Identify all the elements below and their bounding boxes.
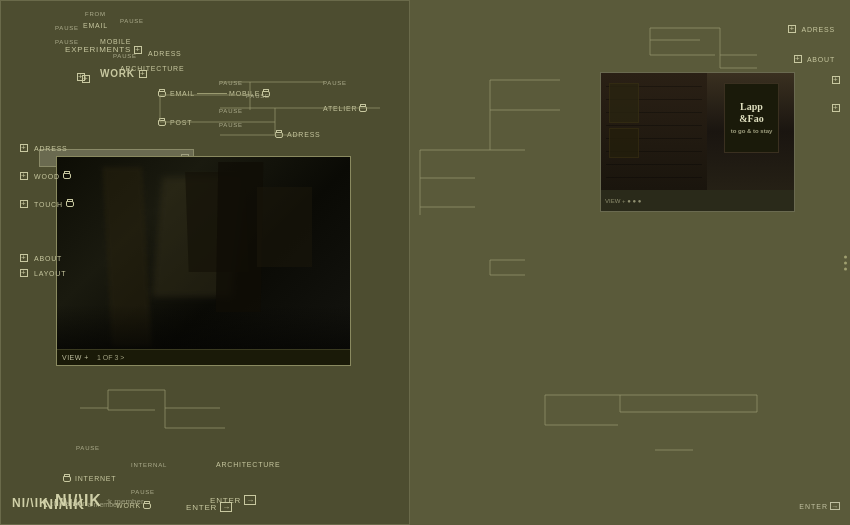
video-counter: 1 OF 3 > bbox=[97, 354, 124, 361]
pause-label-4: PAUSE bbox=[219, 105, 243, 115]
architecture-label: ARCHITECTURE bbox=[216, 459, 280, 469]
image-panel: Lapp &Fao to go & to stay VIEW + ● ● ● bbox=[600, 72, 795, 212]
plus-adress[interactable] bbox=[20, 144, 28, 152]
adress-folder-icon-left bbox=[275, 132, 283, 138]
internet-item[interactable]: INTERNET bbox=[61, 475, 116, 482]
scroll-indicator bbox=[844, 255, 847, 270]
pause-right-2: PAUSE bbox=[120, 15, 144, 25]
email-folder-icon bbox=[158, 91, 166, 97]
adress-nav-item[interactable]: ADRESS bbox=[273, 131, 321, 138]
enter-button-bottom-right[interactable]: ENTER → bbox=[210, 495, 256, 505]
ninik-logo-bottom-right: NI/\IK :k member bbox=[55, 492, 144, 510]
email-nav-item[interactable]: EMAIL MOBILE bbox=[156, 90, 272, 97]
video-view-btn[interactable]: VIEW + bbox=[62, 354, 89, 361]
adress-mid-item[interactable]: ADRESS bbox=[18, 144, 68, 152]
pause-bottom-1: PAUSE bbox=[76, 442, 100, 452]
image-content: Lapp &Fao to go & to stay bbox=[601, 73, 794, 190]
video-player: VIEW + 1 OF 3 > bbox=[56, 156, 351, 366]
internal-label: INTERNAL bbox=[131, 459, 167, 469]
enter-button-right-panel[interactable]: ENTER → bbox=[799, 502, 840, 510]
plus-touch[interactable] bbox=[20, 200, 28, 208]
pause-label-3: PAUSE bbox=[323, 77, 347, 87]
plus-layout[interactable] bbox=[20, 269, 28, 277]
work-folder-icon bbox=[143, 503, 151, 509]
work-plus[interactable] bbox=[139, 70, 147, 78]
wood-folder bbox=[63, 173, 71, 179]
enter-box-right-panel[interactable]: → bbox=[830, 502, 840, 510]
work-bottom-right-item[interactable]: Work bbox=[100, 68, 149, 79]
about-bottom-plus[interactable] bbox=[794, 55, 802, 63]
internet-folder-icon bbox=[63, 476, 71, 482]
post-nav-item[interactable]: POST bbox=[156, 119, 192, 126]
experiments-item[interactable]: EXPERIMENTS bbox=[65, 45, 144, 54]
layout-item[interactable]: LAYOUT bbox=[18, 269, 66, 277]
post-folder-icon bbox=[158, 120, 166, 126]
mid-right-2 bbox=[830, 104, 842, 112]
mobile-folder-icon bbox=[262, 91, 270, 97]
experiments-plus[interactable] bbox=[134, 46, 142, 54]
from-label: FROM bbox=[85, 8, 106, 18]
mid-right-1 bbox=[830, 76, 842, 84]
pause-right-1: PAUSE bbox=[55, 22, 79, 32]
about-bottom-right-item[interactable]: ABOUT bbox=[792, 55, 835, 63]
atelier-folder-icon bbox=[359, 106, 367, 112]
plus-about[interactable] bbox=[20, 254, 28, 262]
wood-item[interactable]: WOOD bbox=[18, 172, 73, 180]
image-sign: Lapp &Fao to go & to stay bbox=[724, 83, 779, 153]
enter-box-bottom-right[interactable]: → bbox=[244, 495, 256, 505]
plus-icon-1b[interactable] bbox=[82, 75, 90, 83]
pause-label-5: PAUSE bbox=[219, 119, 243, 129]
video-content bbox=[57, 157, 350, 365]
adress-bottom-plus[interactable] bbox=[788, 25, 796, 33]
adress-bottom-right-item[interactable]: ADRESS bbox=[786, 25, 835, 33]
touch-item[interactable]: TOUCH bbox=[18, 200, 76, 208]
video-controls: VIEW + 1 OF 3 > bbox=[57, 349, 350, 365]
adress-right-item[interactable]: ADRESS bbox=[148, 50, 182, 57]
touch-folder bbox=[66, 201, 74, 207]
email-right-item[interactable]: EMAIL bbox=[83, 22, 108, 29]
image-footer: VIEW + ● ● ● bbox=[601, 190, 794, 211]
atelier-nav-item[interactable]: ATELIER bbox=[323, 105, 369, 112]
left-panel: PAUSE PAUSE PAUSE EMAIL MOBILE PAUSE ATE… bbox=[0, 0, 410, 525]
pause-label-1: PAUSE bbox=[219, 77, 243, 87]
plus-wood[interactable] bbox=[20, 172, 28, 180]
plus-icon-r2[interactable] bbox=[832, 104, 840, 112]
about-item[interactable]: ABOUT bbox=[18, 254, 62, 262]
plus-icon-r1[interactable] bbox=[832, 76, 840, 84]
mid-item-top-1b bbox=[80, 73, 92, 83]
